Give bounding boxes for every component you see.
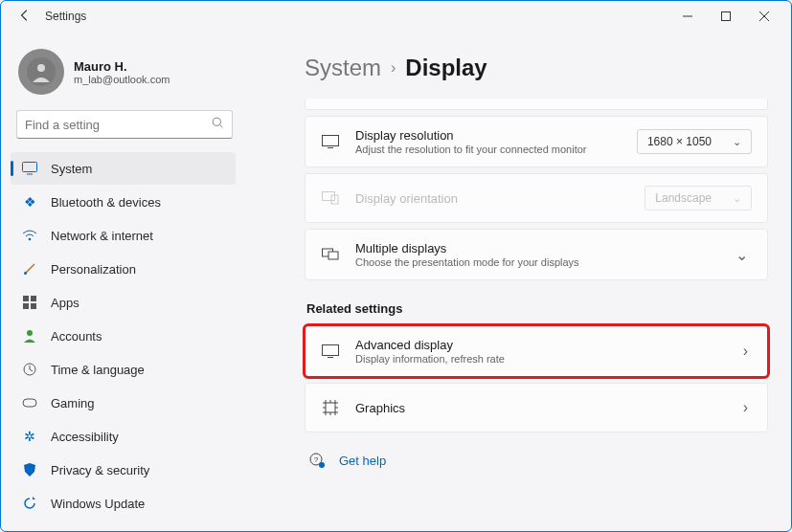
- close-button[interactable]: [745, 3, 783, 30]
- profile-block[interactable]: Mauro H. m_lab@outlook.com: [11, 45, 236, 110]
- clock-icon: [22, 362, 37, 377]
- sidebar-item-time[interactable]: Time & language: [11, 353, 236, 386]
- sidebar-item-accounts[interactable]: Accounts: [11, 320, 236, 352]
- sidebar-item-label: System: [51, 162, 92, 176]
- card-display-resolution[interactable]: Display resolution Adjust the resolution…: [305, 116, 768, 167]
- help-icon: ?: [308, 452, 326, 469]
- shield-icon: [22, 462, 37, 477]
- sidebar-item-system[interactable]: System: [11, 152, 236, 185]
- svg-rect-6: [23, 163, 37, 172]
- apps-icon: [22, 295, 37, 310]
- nav-list: System ❖ Bluetooth & devices Network & i…: [11, 152, 236, 520]
- card-title: Advanced display: [355, 338, 724, 352]
- svg-rect-25: [326, 403, 335, 412]
- svg-line-5: [220, 125, 223, 128]
- wifi-icon: [22, 228, 37, 243]
- sidebar-item-label: Personalization: [51, 262, 136, 277]
- get-help-link[interactable]: Get help: [339, 454, 386, 468]
- svg-rect-16: [23, 399, 36, 407]
- svg-rect-17: [323, 136, 339, 146]
- sidebar-item-privacy[interactable]: Privacy & security: [11, 454, 236, 486]
- orientation-dropdown: Landscape ⌄: [645, 186, 752, 211]
- breadcrumb-parent[interactable]: System: [305, 55, 381, 81]
- sidebar-item-label: Network & internet: [51, 229, 153, 243]
- svg-rect-1: [722, 12, 731, 21]
- svg-point-4: [213, 118, 220, 125]
- svg-rect-19: [323, 192, 335, 201]
- accessibility-icon: ✲: [22, 429, 37, 444]
- orientation-icon: [321, 188, 340, 208]
- resolution-dropdown[interactable]: 1680 × 1050 ⌄: [637, 129, 752, 154]
- dropdown-value: 1680 × 1050: [647, 135, 712, 148]
- search-input[interactable]: [25, 118, 212, 132]
- sidebar-item-label: Gaming: [51, 396, 95, 410]
- minimize-button[interactable]: [668, 3, 707, 30]
- sidebar-item-apps[interactable]: Apps: [11, 286, 236, 319]
- sidebar-item-label: Privacy & security: [51, 463, 149, 477]
- card-display-orientation: Display orientation Landscape ⌄: [305, 173, 768, 223]
- sidebar: Mauro H. m_lab@outlook.com System ❖ Blue…: [1, 39, 245, 529]
- card-graphics[interactable]: Graphics ›: [305, 383, 768, 432]
- card-subtitle: Adjust the resolution to fit your connec…: [355, 144, 622, 155]
- card-title: Display orientation: [355, 191, 629, 206]
- card-subtitle: Display information, refresh rate: [355, 353, 724, 365]
- brush-icon: [22, 261, 37, 277]
- person-icon: [22, 328, 37, 344]
- maximize-button[interactable]: [707, 3, 745, 30]
- chevron-right-icon[interactable]: ›: [739, 399, 752, 416]
- svg-rect-10: [23, 296, 29, 301]
- svg-rect-12: [23, 303, 29, 309]
- gaming-icon: [22, 395, 37, 410]
- sidebar-item-update[interactable]: Windows Update: [11, 487, 236, 520]
- system-icon: [22, 161, 37, 176]
- sidebar-item-gaming[interactable]: Gaming: [11, 387, 236, 419]
- sidebar-item-label: Apps: [51, 296, 79, 310]
- sidebar-item-label: Time & language: [51, 363, 145, 377]
- card-advanced-display[interactable]: Advanced display Display information, re…: [305, 325, 768, 377]
- help-row: ? Get help: [305, 452, 768, 469]
- search-box[interactable]: [16, 110, 233, 139]
- sidebar-item-bluetooth[interactable]: ❖ Bluetooth & devices: [11, 186, 236, 218]
- svg-rect-11: [31, 296, 36, 301]
- svg-rect-23: [323, 345, 339, 356]
- sidebar-item-label: Accounts: [51, 329, 102, 344]
- avatar: [18, 49, 64, 95]
- titlebar: Settings: [1, 1, 791, 32]
- svg-text:?: ?: [314, 455, 319, 464]
- sidebar-item-label: Windows Update: [51, 497, 145, 511]
- card-subtitle: Choose the presentation mode for your di…: [355, 256, 716, 268]
- graphics-icon: [321, 398, 340, 417]
- related-settings-label: Related settings: [306, 301, 768, 316]
- chevron-right-icon: ›: [391, 59, 396, 77]
- svg-point-40: [319, 462, 325, 468]
- sidebar-item-label: Bluetooth & devices: [51, 195, 161, 210]
- profile-email: m_lab@outlook.com: [74, 74, 170, 85]
- resolution-icon: [321, 132, 340, 151]
- search-icon: [212, 116, 224, 133]
- chevron-down-icon: ⌄: [733, 136, 741, 148]
- card-title: Display resolution: [355, 128, 622, 143]
- multiple-displays-icon: [321, 245, 340, 264]
- sidebar-item-network[interactable]: Network & internet: [11, 219, 236, 252]
- sidebar-item-accessibility[interactable]: ✲ Accessibility: [11, 420, 236, 453]
- card-title: Multiple displays: [355, 241, 716, 255]
- chevron-down-icon[interactable]: ⌄: [732, 246, 752, 264]
- card-title: Graphics: [355, 401, 724, 415]
- dropdown-value: Landscape: [655, 191, 712, 205]
- svg-rect-22: [328, 252, 338, 259]
- svg-point-8: [29, 238, 32, 241]
- sidebar-item-label: Accessibility: [51, 430, 119, 444]
- main-content: System › Display Display resolution Adju…: [255, 43, 791, 531]
- svg-point-9: [24, 272, 27, 275]
- chevron-right-icon[interactable]: ›: [739, 343, 752, 360]
- back-button[interactable]: [18, 9, 34, 24]
- chevron-down-icon: ⌄: [733, 192, 741, 205]
- sidebar-item-personalization[interactable]: Personalization: [11, 253, 236, 285]
- update-icon: [22, 496, 37, 511]
- svg-point-3: [37, 64, 45, 72]
- monitor-icon: [321, 342, 340, 361]
- window-title: Settings: [45, 10, 86, 23]
- breadcrumb: System › Display: [305, 55, 768, 81]
- card-multiple-displays[interactable]: Multiple displays Choose the presentatio…: [305, 229, 768, 280]
- card-partial-above: [305, 99, 768, 110]
